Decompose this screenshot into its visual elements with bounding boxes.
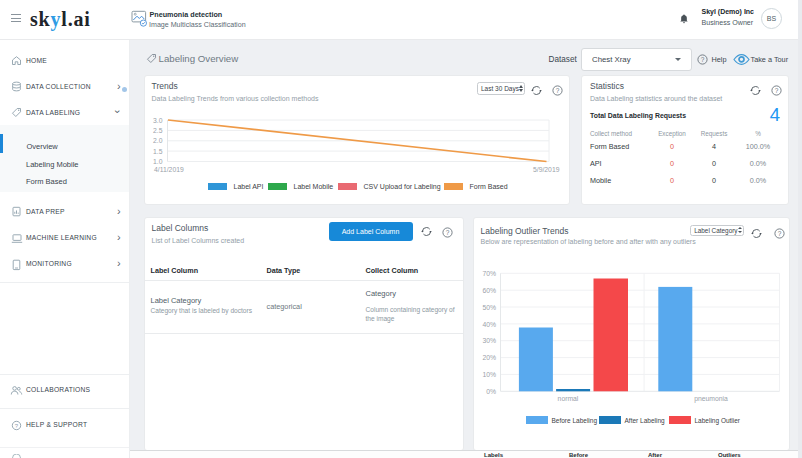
svg-text:?: ? [15,422,19,428]
svg-text:?: ? [446,228,450,235]
svg-text:?: ? [777,229,781,236]
svg-text:?: ? [555,87,559,94]
svg-text:?: ? [701,55,705,62]
svg-text:?: ? [774,86,778,93]
